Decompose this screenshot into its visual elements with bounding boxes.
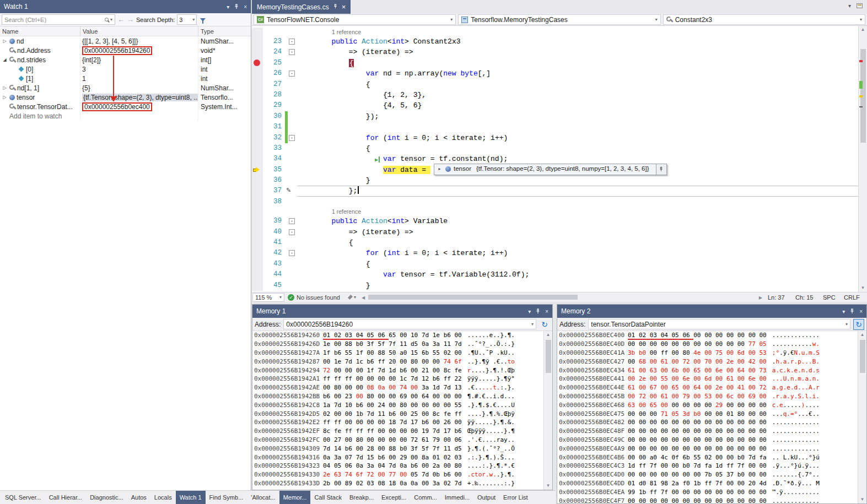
hex-byte[interactable]: ff	[345, 375, 356, 382]
hex-byte[interactable]: 3a	[334, 454, 345, 461]
hex-byte[interactable]: 00	[760, 332, 767, 339]
hex-byte[interactable]: 25	[411, 410, 422, 418]
hex-byte[interactable]: 61	[422, 436, 433, 443]
code-line[interactable]: 25 {	[252, 58, 858, 68]
hex-byte[interactable]: b6	[389, 410, 400, 418]
hex-byte[interactable]: 6b	[672, 367, 683, 374]
hex-byte[interactable]: 00	[455, 332, 462, 339]
hex-byte[interactable]: 00	[672, 462, 683, 469]
hex-byte[interactable]: 55	[345, 349, 356, 356]
hex-byte[interactable]: 02	[704, 454, 715, 461]
memory-row[interactable]: 0x000002556B1942D502 00 00 1b 7d 11 b6 0…	[252, 409, 543, 418]
hex-byte[interactable]: 00	[748, 367, 760, 374]
hex-byte[interactable]: 00	[693, 402, 704, 409]
hex-byte[interactable]: 00	[356, 367, 367, 374]
hex-byte[interactable]: 00	[672, 489, 683, 496]
scrollbar-thumb[interactable]	[546, 340, 551, 373]
hex-byte[interactable]: 80	[356, 436, 367, 443]
hex-byte[interactable]: 04	[356, 332, 367, 340]
bottom-tab-diagnostic[interactable]: Diagnostic...	[86, 491, 127, 504]
hex-byte[interactable]: 24	[378, 402, 389, 409]
hex-byte[interactable]: 00	[760, 489, 767, 496]
memory-row[interactable]: 0x000002556B1942A1ff ff ff 00 00 00 00 1…	[252, 375, 543, 383]
hex-byte[interactable]: 00	[356, 384, 367, 391]
scrollbar-thumb[interactable]	[860, 340, 865, 373]
hex-byte[interactable]: 6d	[704, 375, 715, 382]
memory-row[interactable]: 0x000002556B1942E2ff ff 00 00 00 00 18 7…	[252, 418, 543, 427]
hex-byte[interactable]: b6	[444, 332, 455, 339]
hex-byte[interactable]: 7b	[704, 471, 715, 478]
hex-byte[interactable]: 00	[682, 445, 693, 452]
search-depth-select[interactable]: 3 ▾	[177, 14, 197, 25]
scroll-up-icon[interactable]: ▲	[544, 331, 552, 339]
hex-byte[interactable]: 3f	[411, 445, 422, 452]
hex-byte[interactable]: 00	[737, 358, 748, 365]
hex-byte[interactable]: 0a	[411, 480, 422, 487]
hex-byte[interactable]: a0	[400, 349, 411, 356]
hex-byte[interactable]: 0b	[433, 471, 444, 478]
search-previous-icon[interactable]: ←	[117, 16, 125, 23]
memory-row[interactable]: 0x000002556B0EC43461 00 63 00 6b 00 65 0…	[557, 366, 858, 375]
hex-byte[interactable]: fe	[444, 410, 455, 418]
hex-byte[interactable]: 1e	[334, 358, 345, 365]
glyph-margin[interactable]	[252, 111, 263, 122]
hex-byte[interactable]: 00	[715, 410, 726, 418]
hex-byte[interactable]: 00	[639, 367, 650, 374]
bottom-tab-immedi[interactable]: Immedi...	[441, 491, 473, 504]
hex-byte[interactable]: 00	[748, 497, 760, 503]
hex-byte[interactable]: 00	[628, 436, 639, 443]
collapse-icon[interactable]: -	[289, 49, 295, 55]
hex-byte[interactable]: 00	[323, 436, 334, 443]
hex-byte[interactable]: 00	[411, 427, 422, 435]
hex-byte[interactable]: 80	[400, 402, 411, 409]
hex-byte[interactable]: 00	[748, 471, 760, 478]
hex-byte[interactable]: 00	[455, 349, 462, 356]
memory-row[interactable]: 0x000002556B19427A1f b6 55 1f 00 88 50 a…	[252, 349, 543, 357]
hex-byte[interactable]: b6	[433, 375, 444, 382]
hex-byte[interactable]: 00	[715, 332, 726, 339]
hex-byte[interactable]: 7d	[748, 454, 760, 461]
glyph-margin[interactable]	[252, 36, 263, 47]
hex-byte[interactable]: 6b	[682, 454, 693, 461]
hex-byte[interactable]: 03	[455, 454, 462, 461]
hex-byte[interactable]: 00	[444, 393, 455, 400]
hex-byte[interactable]: ff	[345, 427, 356, 435]
hex-byte[interactable]: 00	[661, 419, 672, 426]
hex-byte[interactable]: 6e	[682, 375, 693, 382]
hex-byte[interactable]: fa	[704, 462, 715, 469]
hex-byte[interactable]: b6	[345, 445, 356, 452]
hex-byte[interactable]: 88	[389, 445, 400, 452]
hex-byte[interactable]: 2b	[323, 480, 334, 487]
hex-byte[interactable]: 00	[704, 489, 715, 496]
hex-byte[interactable]: 5f	[378, 340, 389, 348]
hex-byte[interactable]: 0a	[422, 340, 433, 348]
bottom-tab-watch-1[interactable]: Watch 1	[176, 491, 206, 504]
hex-byte[interactable]: 1e	[323, 340, 334, 348]
hex-byte[interactable]: b6	[378, 454, 389, 461]
hex-byte[interactable]: 00	[422, 410, 433, 418]
hex-byte[interactable]: 7d	[422, 471, 433, 478]
hex-byte[interactable]: 72	[760, 384, 767, 391]
code-line[interactable]: 37 };✎	[252, 186, 858, 196]
hex-byte[interactable]: 00	[737, 427, 748, 435]
window-position-chevron-icon[interactable]: ▾	[227, 4, 229, 10]
memory-row[interactable]: 0x000002556B1943160a 3a 07 7d 15 b6 00 2…	[252, 453, 543, 462]
hex-byte[interactable]: 7f	[737, 462, 748, 469]
hex-byte[interactable]: 00	[715, 436, 726, 443]
code-line[interactable]: 31	[252, 122, 858, 132]
hex-byte[interactable]: b6	[356, 402, 367, 409]
zoom-select[interactable]: 115 % ▾	[252, 293, 284, 302]
hex-byte[interactable]: 00	[628, 419, 639, 426]
hex-byte[interactable]: 04	[378, 462, 389, 469]
hex-byte[interactable]: 00	[704, 402, 715, 409]
hex-byte[interactable]: 65	[389, 332, 400, 339]
hex-byte[interactable]: b6	[411, 462, 422, 469]
watch-value[interactable]: 1	[82, 75, 86, 83]
scroll-up-icon[interactable]: ▲	[858, 331, 866, 339]
memory-row[interactable]: 0x000002556B1943097d 14 b6 00 28 00 88 b…	[252, 444, 543, 453]
hex-byte[interactable]: 63	[628, 402, 639, 409]
hex-byte[interactable]: 00	[455, 419, 462, 426]
hex-byte[interactable]: 1d	[628, 462, 639, 469]
hex-byte[interactable]: ff	[334, 419, 345, 426]
code-line[interactable]: 35 var data = ▸tensor{tf.Tensor: shape=(…	[252, 165, 858, 175]
